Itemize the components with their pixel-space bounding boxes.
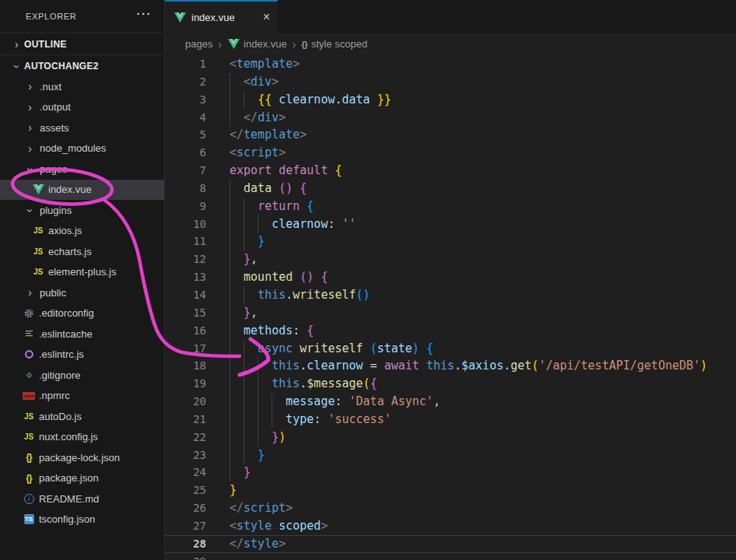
- tree-item-assets[interactable]: ›assets: [0, 117, 164, 138]
- chevron-right-icon: ›: [24, 80, 36, 93]
- code-line-1[interactable]: 1<template>: [165, 55, 736, 73]
- file-label: node_modules: [40, 142, 106, 154]
- line-number: 17: [165, 340, 206, 358]
- code-line-28[interactable]: 28</style>: [165, 535, 736, 553]
- line-number: 13: [165, 268, 206, 286]
- tree-item-tsconfig.json[interactable]: TStsconfig.json: [0, 509, 164, 530]
- chevron-right-icon: ›: [11, 38, 23, 51]
- gear-icon: [23, 307, 35, 320]
- section-outline[interactable]: › OUTLINE: [0, 33, 164, 54]
- code-line-29[interactable]: 29: [165, 553, 736, 560]
- line-number: 19: [165, 375, 206, 393]
- section-autochange2[interactable]: › AUTOCHANGE2: [0, 54, 164, 76]
- tree-item-axios.js[interactable]: JSaxios.js: [0, 221, 164, 242]
- breadcrumb-item-style-scoped[interactable]: {}style scoped: [301, 38, 367, 50]
- tree-item-echarts.js[interactable]: JSecharts.js: [0, 241, 164, 262]
- explorer-title: EXPLORER: [26, 12, 77, 21]
- tree-item-public[interactable]: ›public: [0, 282, 164, 303]
- tree-item-package-lock.json[interactable]: {}package-lock.json: [0, 447, 164, 468]
- breadcrumb-label: index.vue: [244, 38, 287, 50]
- code-line-3[interactable]: 3 {{ clearnow.data }}: [165, 91, 736, 109]
- tree-item-.editorconfig[interactable]: .editorconfig: [0, 303, 164, 324]
- code-line-24[interactable]: 24 }: [165, 464, 736, 481]
- code-line-12[interactable]: 12 },: [165, 250, 736, 268]
- code-line-4[interactable]: 4 </div>: [165, 109, 736, 127]
- line-number: 22: [165, 429, 206, 446]
- code-line-21[interactable]: 21 type: 'success': [165, 411, 736, 429]
- line-number: 8: [165, 180, 206, 198]
- breadcrumb-item-index.vue[interactable]: index.vue: [227, 38, 287, 51]
- vue-icon: [227, 38, 240, 51]
- tree-item-README.md[interactable]: iREADME.md: [0, 488, 164, 509]
- code-line-16[interactable]: 16 methods: {: [165, 322, 736, 340]
- code-line-2[interactable]: 2 <div>: [165, 73, 736, 91]
- file-tree: ›.nuxt›.output›assets›node_modules›pages…: [0, 76, 164, 530]
- tree-item-.nuxt[interactable]: ›.nuxt: [0, 76, 164, 97]
- code-line-14[interactable]: 14 this.writeself(): [165, 286, 736, 304]
- code-line-27[interactable]: 27<style scoped>: [165, 517, 736, 535]
- line-number: 2: [165, 73, 206, 91]
- tree-item-.eslintcache[interactable]: .eslintcache: [0, 324, 164, 345]
- code-line-7[interactable]: 7export default {: [165, 162, 736, 180]
- tree-item-package.json[interactable]: {}package.json: [0, 468, 164, 489]
- code-line-10[interactable]: 10 clearnow: '': [165, 215, 736, 233]
- code-line-19[interactable]: 19 this.$message({: [165, 375, 736, 393]
- line-number: 18: [165, 357, 206, 375]
- line-number: 29: [165, 553, 206, 560]
- code-line-26[interactable]: 26</script>: [165, 499, 736, 517]
- code-line-5[interactable]: 5</template>: [165, 126, 736, 144]
- eslint-icon: [23, 348, 35, 361]
- vue-icon: [32, 184, 44, 196]
- line-number: 5: [165, 126, 206, 144]
- file-label: axios.js: [48, 225, 82, 236]
- code-line-13[interactable]: 13 mounted () {: [165, 268, 736, 286]
- code-line-17[interactable]: 17 async writeself (state) {: [165, 340, 736, 358]
- code-line-8[interactable]: 8 data () {: [165, 180, 736, 198]
- tree-item-element-plus.js[interactable]: JSelement-plus.js: [0, 262, 164, 283]
- explorer-header: EXPLORER ···: [0, 0, 164, 33]
- code-line-6[interactable]: 6<script>: [165, 144, 736, 162]
- tree-item-.eslintrc.js[interactable]: .eslintrc.js: [0, 345, 164, 366]
- file-label: tsconfig.json: [39, 513, 95, 525]
- tree-item-.npmrc[interactable]: npm.npmrc: [0, 386, 164, 407]
- line-number: 7: [165, 162, 206, 180]
- file-label: .eslintcache: [39, 328, 93, 340]
- file-label: README.md: [39, 493, 99, 505]
- breadcrumb-item-pages[interactable]: pages: [185, 38, 212, 50]
- tree-item-pages[interactable]: ›pages: [0, 159, 164, 180]
- code-line-25[interactable]: 25}: [165, 481, 736, 499]
- file-label: .gitignore: [39, 369, 80, 381]
- tree-item-.gitignore[interactable]: .gitignore: [0, 365, 164, 386]
- section-label: AUTOCHANGE2: [24, 61, 99, 72]
- tree-item-nuxt.config.js[interactable]: JSnuxt.config.js: [0, 427, 164, 448]
- code-line-9[interactable]: 9 return {: [165, 198, 736, 215]
- tree-item-plugins[interactable]: ›plugins: [0, 200, 164, 221]
- line-number: 15: [165, 304, 206, 322]
- tab-label: index.vue: [191, 12, 235, 23]
- close-icon[interactable]: ×: [263, 11, 270, 23]
- js-icon: JS: [23, 410, 35, 422]
- code-line-22[interactable]: 22 }): [165, 429, 736, 446]
- section-label: OUTLINE: [24, 39, 67, 50]
- code-line-15[interactable]: 15 },: [165, 304, 736, 322]
- line-number: 4: [165, 109, 206, 127]
- code-line-11[interactable]: 11 }: [165, 233, 736, 250]
- chevron-down-icon: ›: [24, 164, 37, 176]
- tree-item-autoDo.js[interactable]: JSautoDo.js: [0, 406, 164, 427]
- file-label: assets: [40, 122, 69, 134]
- line-number: 28: [165, 535, 206, 553]
- tab-index-vue[interactable]: index.vue ×: [165, 0, 278, 33]
- code-line-20[interactable]: 20 message: 'Data Async',: [165, 393, 736, 411]
- code-line-23[interactable]: 23 }: [165, 446, 736, 464]
- code-line-18[interactable]: 18 this.clearnow = await this.$axios.get…: [165, 357, 736, 375]
- tree-item-index.vue[interactable]: index.vue: [0, 180, 164, 201]
- js-icon: JS: [32, 225, 44, 237]
- file-label: .nuxt: [40, 81, 61, 93]
- file-label: autoDo.js: [39, 411, 82, 422]
- chevron-down-icon: ›: [11, 61, 23, 72]
- ts-icon: TS: [23, 513, 35, 526]
- line-number: 10: [165, 215, 206, 233]
- tree-item-node_modules[interactable]: ›node_modules: [0, 138, 164, 159]
- more-actions-icon[interactable]: ···: [137, 8, 152, 19]
- tree-item-.output[interactable]: ›.output: [0, 97, 164, 118]
